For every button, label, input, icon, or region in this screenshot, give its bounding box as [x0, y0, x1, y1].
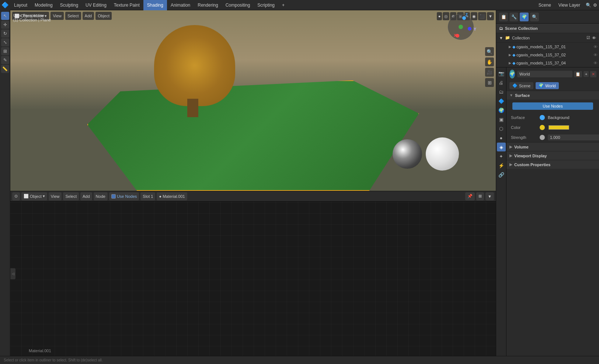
world-delete-btn[interactable]: ✕	[590, 71, 596, 77]
vp-view-btn[interactable]: View	[51, 12, 64, 20]
nav-widget[interactable]: Z Y X	[448, 14, 477, 43]
rp-filter-btn[interactable]: 🔍	[530, 13, 539, 21]
props-shader-icon[interactable]: ◈	[497, 143, 506, 151]
ne-editor-type-btn[interactable]: ⊙	[12, 192, 20, 200]
viewport-grid-btn[interactable]: ⊞	[485, 78, 494, 87]
outliner-items: ▶ ◆ cgaxis_models_115_37_01 👁 ▶ ◆ cgaxis…	[496, 43, 599, 67]
item-eye-icon-1[interactable]: 👁	[593, 53, 598, 57]
menu-add-workspace[interactable]: +	[278, 0, 288, 10]
item-expand-icon: ▶	[509, 45, 511, 49]
strength-input[interactable]: 1.000	[548, 134, 599, 140]
menu-layout[interactable]: Layout	[10, 0, 31, 10]
prop-tabs-row: 🔷 Scene 🌍 World	[506, 81, 599, 91]
ne-material-btn[interactable]: ● Material.001	[157, 192, 187, 200]
ne-material-sphere-icon: ●	[159, 194, 161, 199]
collection-eye-icon[interactable]: 👁	[592, 36, 596, 40]
vp-select-btn[interactable]: Select	[65, 12, 81, 20]
ne-select-btn[interactable]: Select	[63, 192, 79, 200]
rp-properties-btn[interactable]: 🔧	[509, 13, 518, 21]
props-output-icon[interactable]: 🖨	[497, 78, 506, 87]
menu-texture-paint[interactable]: Texture Paint	[110, 0, 143, 10]
viewport-zoom-btn[interactable]: 🔍	[485, 47, 494, 56]
outliner-item-2[interactable]: ▶ ◆ cgaxis_models_115_37_04 👁	[496, 59, 599, 67]
settings-icon[interactable]: ⚙	[593, 3, 597, 8]
item-mesh-icon: ◆	[512, 45, 515, 49]
volume-section-header[interactable]: ▶ Volume	[506, 142, 599, 151]
use-nodes-prop-btn[interactable]: Use Nodes	[512, 102, 593, 110]
rp-outliner-btn[interactable]: 📋	[499, 13, 508, 21]
move-tool-btn[interactable]: ✛	[1, 21, 9, 29]
annotate-tool-btn[interactable]: ✎	[1, 56, 9, 64]
world-name-input[interactable]: World	[517, 71, 572, 77]
item-eye-icon-0[interactable]: 👁	[593, 45, 598, 49]
collection-collapse-icon: ▼	[499, 36, 503, 40]
collection-check-icon[interactable]: ☑	[586, 35, 590, 40]
viewport-display-section-header[interactable]: ▶ Viewport Display	[506, 151, 599, 160]
props-render-icon[interactable]: 📷	[497, 69, 506, 78]
ne-view-btn[interactable]: View	[49, 192, 62, 200]
left-panel-collapse[interactable]: ◁	[10, 268, 15, 279]
ne-object-btn[interactable]: ⬜ Object ▾	[21, 192, 47, 200]
viewport-pan-btn[interactable]: ✋	[485, 57, 494, 66]
world-new-btn[interactable]: +	[584, 71, 589, 77]
item-eye-icon-2[interactable]: 👁	[593, 61, 598, 65]
props-scene-icon[interactable]: 🔷	[497, 97, 506, 105]
rp-world-btn[interactable]: 🌍	[520, 13, 529, 21]
props-physics-icon[interactable]: ⚡	[497, 161, 506, 170]
scene-collection-icon: 🗂	[499, 26, 503, 31]
ne-extra-btn[interactable]: ⊞	[476, 192, 484, 200]
select-tool-btn[interactable]: ↖	[1, 12, 9, 20]
surface-section-header[interactable]: ▼ Surface	[506, 91, 599, 99]
menu-sculpting[interactable]: Sculpting	[56, 0, 82, 10]
outliner-item-0[interactable]: ▶ ◆ cgaxis_models_115_37_01 👁	[496, 43, 599, 51]
ne-zoom-btn[interactable]: ▼	[485, 192, 494, 200]
props-constraints-icon[interactable]: 🔗	[497, 170, 506, 179]
ne-add-btn[interactable]: Add	[80, 192, 92, 200]
menu-compositing[interactable]: Compositing	[222, 0, 254, 10]
menu-modeling[interactable]: Modeling	[31, 0, 56, 10]
ne-slot-btn[interactable]: Slot 1	[140, 192, 155, 200]
search-icon[interactable]: 🔍	[586, 3, 591, 8]
props-mesh-icon[interactable]: ⬡	[497, 124, 506, 133]
viewport-shading-btn[interactable]: ●	[437, 12, 442, 20]
scene-collection-header: 🗂 Scene Collection	[496, 24, 599, 33]
vp-add-btn[interactable]: Add	[83, 12, 94, 20]
props-world-icon[interactable]: 🌍	[497, 106, 506, 115]
volume-arrow-icon: ▶	[509, 145, 512, 149]
transform-tool-btn[interactable]: ⊞	[1, 47, 9, 55]
tree-foliage	[154, 25, 235, 106]
strength-prop-row: Strength 1.000	[506, 133, 599, 142]
menu-rendering[interactable]: Rendering	[194, 0, 222, 10]
nav-dot-center	[459, 25, 463, 29]
rotate-tool-btn[interactable]: ↻	[1, 29, 9, 38]
viewport-camera-btn[interactable]: 🎥	[485, 68, 494, 77]
menu-animation[interactable]: Animation	[167, 0, 194, 10]
measure-tool-btn[interactable]: 📏	[1, 65, 9, 73]
ne-use-nodes-btn[interactable]: Use Nodes	[109, 192, 139, 200]
ne-pin-btn[interactable]: 📌	[465, 192, 475, 200]
viewport-extra-btn[interactable]: ▼	[487, 12, 494, 20]
viewport-render-btn[interactable]: ⬛	[478, 12, 486, 20]
menu-uv-editing[interactable]: UV Editing	[82, 0, 110, 10]
ne-node-btn[interactable]: Node	[94, 192, 108, 200]
node-editor[interactable]: ⊙ ⬜ Object ▾ View Select Add Node Use No…	[10, 191, 496, 356]
props-object-icon[interactable]: ▣	[497, 115, 506, 124]
custom-props-section-header[interactable]: ▶ Custom Properties	[506, 160, 599, 169]
props-view-layer-icon[interactable]: 🗂	[497, 87, 506, 96]
vp-object-btn[interactable]: Object	[95, 12, 112, 20]
use-nodes-checkbox[interactable]	[111, 194, 116, 199]
status-bar: Select or click item in outliner to sele…	[0, 356, 599, 364]
menu-shading[interactable]: Shading	[143, 0, 167, 10]
props-particles-icon[interactable]: ✦	[497, 152, 506, 161]
collection-header[interactable]: ▼ 📁 Collection ☑ 👁	[496, 33, 599, 43]
scene-tab-icon: 🔷	[512, 83, 518, 88]
outliner-item-1[interactable]: ▶ ◆ cgaxis_models_115_37_02 👁	[496, 51, 599, 59]
props-material-icon[interactable]: ●	[497, 133, 506, 142]
prop-scene-tab[interactable]: 🔷 Scene	[509, 82, 533, 89]
world-copy-btn[interactable]: 📋	[574, 71, 582, 77]
viewport-3d[interactable]: ⬜ Object Mode ▾ View Select Add Object ●…	[10, 10, 496, 191]
scale-tool-btn[interactable]: ⤡	[1, 38, 9, 46]
color-input[interactable]	[548, 124, 570, 131]
menu-scripting[interactable]: Scripting	[254, 0, 278, 10]
prop-world-tab[interactable]: 🌍 World	[536, 82, 559, 89]
